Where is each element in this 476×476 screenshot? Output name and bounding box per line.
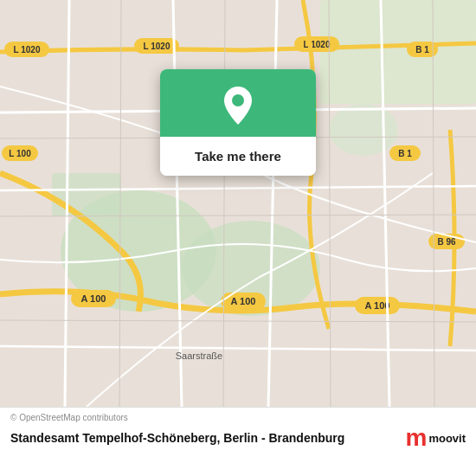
svg-text:B 1: B 1 xyxy=(398,149,412,158)
place-name: Standesamt Tempelhof-Schöneberg, Berlin … xyxy=(10,431,405,445)
svg-point-4 xyxy=(329,104,398,156)
svg-text:L 100: L 100 xyxy=(9,149,31,158)
svg-rect-3 xyxy=(52,173,121,216)
svg-text:A 100: A 100 xyxy=(231,296,256,306)
svg-text:Saarstraße: Saarstraße xyxy=(176,351,222,361)
map-background: A 100 A 100 A 100 L 1020 L 1020 L 1020 B… xyxy=(0,0,476,407)
map-container: A 100 A 100 A 100 L 1020 L 1020 L 1020 B… xyxy=(0,0,476,407)
svg-point-27 xyxy=(232,94,244,106)
svg-text:B 96: B 96 xyxy=(437,237,456,247)
moovit-label: moovit xyxy=(428,433,466,444)
popup-header xyxy=(160,69,316,137)
svg-text:L 1020: L 1020 xyxy=(304,40,331,49)
svg-text:L 1020: L 1020 xyxy=(14,45,41,55)
svg-text:B 1: B 1 xyxy=(415,45,429,55)
bottom-bar: © OpenStreetMap contributors Standesamt … xyxy=(0,407,476,476)
bottom-content: Standesamt Tempelhof-Schöneberg, Berlin … xyxy=(10,426,466,450)
svg-rect-5 xyxy=(320,0,476,104)
take-me-there-button[interactable]: Take me there xyxy=(160,137,316,176)
map-attribution: © OpenStreetMap contributors xyxy=(10,413,466,422)
svg-text:A 100: A 100 xyxy=(81,293,106,304)
moovit-logo: m moovit xyxy=(405,426,466,450)
moovit-m-letter: m xyxy=(405,426,427,450)
moovit-text: moovit xyxy=(428,433,466,444)
location-pin-icon xyxy=(221,85,255,126)
svg-text:L 1020: L 1020 xyxy=(144,42,170,51)
popup-card: Take me there xyxy=(160,69,316,176)
